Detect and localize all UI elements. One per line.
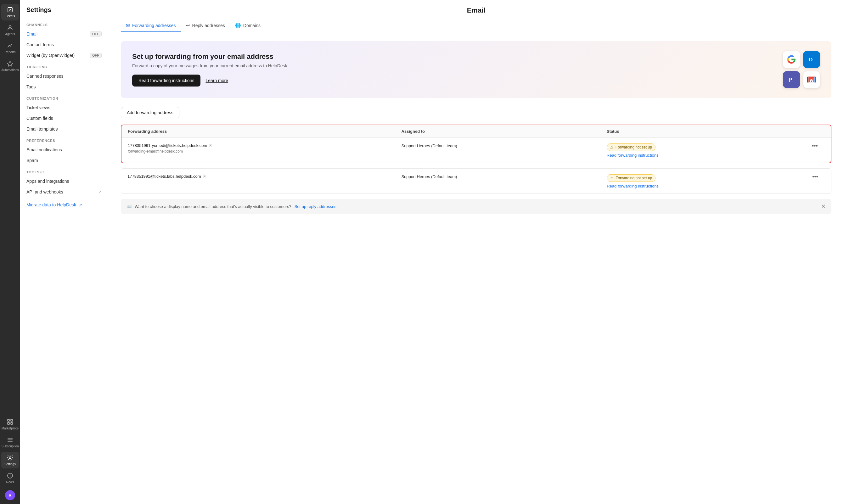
tickets-icon <box>6 6 14 13</box>
nav-label-subscription: Subscription <box>1 445 19 448</box>
col-header-address: Forwarding address <box>128 129 401 134</box>
outlook-icon: O <box>803 51 820 68</box>
external-link-icon: ↗ <box>98 190 102 194</box>
status-badge-2: ⚠ Forwarding not set up <box>607 174 656 182</box>
nav-item-subscription[interactable]: Subscription <box>1 434 19 451</box>
setup-reply-link[interactable]: Set up reply addresses <box>294 204 336 209</box>
forwarding-table-highlighted: Forwarding address Assigned to Status 17… <box>121 125 831 163</box>
user-avatar[interactable]: R <box>5 490 15 500</box>
sidebar-item-apps-integrations[interactable]: Apps and integrations <box>20 176 108 186</box>
svg-rect-3 <box>7 419 10 421</box>
read-forwarding-link-1[interactable]: Read forwarding instructions <box>607 153 812 158</box>
setup-banner: Set up forwarding from your email addres… <box>121 41 831 98</box>
svg-rect-18 <box>814 77 816 83</box>
svg-text:O: O <box>809 57 813 62</box>
contact-forms-label: Contact forms <box>26 42 54 47</box>
nav-label-reports: Reports <box>4 50 15 54</box>
migrate-link[interactable]: Migrate data to HelpDesk ↗ <box>26 202 102 207</box>
learn-more-btn[interactable]: Learn more <box>205 78 228 83</box>
svg-point-10 <box>9 457 11 459</box>
widget-label: Widget (by OpenWidget) <box>26 53 75 58</box>
copy-btn-1[interactable]: ⎘ <box>209 143 212 148</box>
settings-icon <box>6 454 14 461</box>
col-header-assigned: Assigned to <box>401 129 607 134</box>
table-row: 1778351991-yomedi@tickets.helpdesk.com ⎘… <box>122 138 831 163</box>
nav-label-agents: Agents <box>5 32 15 36</box>
sidebar-item-spam[interactable]: Spam <box>20 155 108 166</box>
email-label: Email <box>26 32 37 36</box>
sidebar-item-contact-forms[interactable]: Contact forms <box>20 39 108 50</box>
svg-rect-5 <box>7 422 10 425</box>
add-forwarding-btn[interactable]: Add forwarding address <box>121 107 179 118</box>
nav-item-tickets[interactable]: Tickets <box>1 4 19 20</box>
copy-btn-2[interactable]: ⎘ <box>203 174 205 179</box>
sidebar-item-tags[interactable]: Tags <box>20 82 108 92</box>
tab-forwarding[interactable]: ✉ Forwarding addresses <box>121 19 181 32</box>
forwarding-tab-label: Forwarding addresses <box>132 23 176 28</box>
assigned-to-1: Support Heroes (Default team) <box>401 143 607 148</box>
read-forwarding-btn[interactable]: Read forwarding instructions <box>132 75 200 87</box>
section-toolset: TOOLSET <box>20 166 108 176</box>
banner-title: Set up forwarding from your email addres… <box>132 53 288 61</box>
sidebar-item-custom-fields[interactable]: Custom fields <box>20 113 108 124</box>
nav-label-automations: Automations <box>1 68 19 72</box>
more-btn-1[interactable]: ••• <box>812 142 818 149</box>
nav-item-automations[interactable]: Automations <box>1 58 19 74</box>
warning-icon-1: ⚠ <box>610 145 614 149</box>
info-book-icon: 📖 <box>126 204 131 209</box>
section-preferences: PREFERENCES <box>20 134 108 144</box>
more-actions-2: ••• <box>812 174 825 180</box>
settings-sidebar: Settings CHANNELS Email OFF Contact form… <box>20 0 108 504</box>
sidebar-item-ticket-views[interactable]: Ticket views <box>20 102 108 113</box>
status-cell-2: ⚠ Forwarding not set up Read forwarding … <box>607 174 812 188</box>
page-title: Email <box>121 6 831 19</box>
banner-text: Set up forwarding from your email addres… <box>132 53 288 87</box>
nav-item-news[interactable]: News <box>1 470 19 486</box>
status-cell-1: ⚠ Forwarding not set up Read forwarding … <box>607 143 812 158</box>
sidebar-item-email-templates[interactable]: Email templates <box>20 124 108 134</box>
main-content: Email ✉ Forwarding addresses ↩ Reply add… <box>108 0 844 504</box>
sidebar-item-email[interactable]: Email OFF <box>20 29 108 39</box>
read-forwarding-link-2[interactable]: Read forwarding instructions <box>607 184 812 188</box>
address-cell-1: 1778351991-yomedi@tickets.helpdesk.com ⎘… <box>128 143 401 154</box>
nav-item-settings[interactable]: Settings <box>1 452 19 468</box>
nav-item-reports[interactable]: Reports <box>1 40 19 56</box>
svg-text:P: P <box>789 77 792 83</box>
svg-rect-4 <box>11 419 13 421</box>
nav-item-marketplace[interactable]: Marketplace <box>1 416 19 433</box>
sidebar-title: Settings <box>20 0 108 19</box>
email-address-1: 1778351991-yomedi@tickets.helpdesk.com ⎘ <box>128 143 401 148</box>
forwarding-table-row2: 1778351991@tickets.labs.helpdesk.com ⎘ S… <box>121 168 831 194</box>
domains-tab-icon: 🌐 <box>235 23 241 28</box>
svg-rect-9 <box>7 441 13 442</box>
subscription-icon <box>6 436 14 443</box>
sidebar-item-email-notifications[interactable]: Email notifications <box>20 144 108 155</box>
google-icon <box>783 51 800 68</box>
app-icons-grid: O P M <box>783 51 820 88</box>
main-header: Email ✉ Forwarding addresses ↩ Reply add… <box>108 0 844 32</box>
nav-label-tickets: Tickets <box>5 15 15 18</box>
domains-tab-label: Domains <box>243 23 261 28</box>
info-bar: 📖 Want to choose a display name and emai… <box>121 199 831 214</box>
assigned-cell-1: Support Heroes (Default team) <box>401 143 607 148</box>
info-bar-close[interactable]: ✕ <box>821 203 826 210</box>
tab-domains[interactable]: 🌐 Domains <box>230 19 266 32</box>
nav-item-agents[interactable]: Agents <box>1 22 19 38</box>
svg-rect-7 <box>7 438 13 439</box>
news-icon <box>6 472 14 479</box>
email-badge: OFF <box>90 32 102 36</box>
status-badge-1: ⚠ Forwarding not set up <box>607 143 656 151</box>
nav-label-news: News <box>6 481 14 484</box>
more-btn-2[interactable]: ••• <box>812 173 818 180</box>
tab-reply[interactable]: ↩ Reply addresses <box>181 19 230 32</box>
banner-actions: Read forwarding instructions Learn more <box>132 75 288 87</box>
sidebar-item-widget[interactable]: Widget (by OpenWidget) OFF <box>20 50 108 61</box>
col-header-actions <box>812 129 825 134</box>
reply-tab-label: Reply addresses <box>192 23 225 28</box>
migrate-label: Migrate data to HelpDesk <box>26 202 76 207</box>
sidebar-item-api-webhooks[interactable]: API and webhooks ↗ <box>20 186 108 197</box>
sidebar-item-canned-responses[interactable]: Canned responses <box>20 71 108 82</box>
icon-nav: Tickets Agents Reports Automations Marke… <box>0 0 20 504</box>
address-cell-2: 1778351991@tickets.labs.helpdesk.com ⎘ <box>127 174 401 179</box>
info-bar-text: Want to choose a display name and email … <box>135 204 291 209</box>
